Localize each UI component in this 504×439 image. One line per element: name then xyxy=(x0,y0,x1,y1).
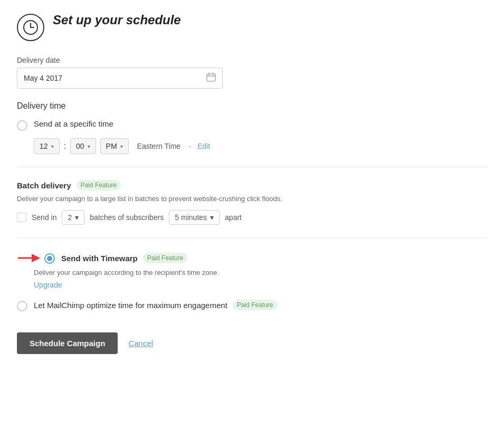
batch-count-select[interactable]: 2 ▾ xyxy=(62,210,84,225)
batch-count-value: 2 xyxy=(68,213,72,222)
timewarp-paid-badge: Paid Feature xyxy=(143,253,188,263)
clock-icon xyxy=(17,14,44,41)
timewarp-row: Send with Timewarp Paid Feature xyxy=(17,251,487,265)
footer-buttons: Schedule Campaign Cancel xyxy=(17,332,487,354)
timezone-text: Eastern Time xyxy=(137,142,180,150)
optimize-section: Let MailChimp optimize time for maximum … xyxy=(17,300,487,311)
divider-2 xyxy=(17,237,487,238)
page-title: Set up your schedule xyxy=(53,13,181,27)
period-chevron-icon: ▾ xyxy=(120,144,123,149)
minute-value: 00 xyxy=(76,142,84,150)
page-header: Set up your schedule xyxy=(17,13,487,41)
svg-rect-3 xyxy=(207,74,215,81)
apart-label: apart xyxy=(225,213,242,222)
divider-1 xyxy=(17,167,487,167)
time-separator: : xyxy=(64,141,66,151)
specific-time-label: Send at a specific time xyxy=(34,119,113,128)
batch-delivery-desc: Deliver your campaign to a large list in… xyxy=(17,195,487,203)
timewarp-title: Send with Timewarp xyxy=(61,254,138,263)
specific-time-radio[interactable] xyxy=(17,120,27,131)
optimize-label: Let MailChimp optimize time for maximum … xyxy=(34,301,227,310)
batch-checkbox[interactable] xyxy=(17,213,26,222)
upgrade-link[interactable]: Upgrade xyxy=(34,281,487,289)
time-controls: 12 ▾ : 00 ▾ PM ▾ Eastern Time · Edit xyxy=(34,138,487,154)
batch-interval-select[interactable]: 5 minutes ▾ xyxy=(169,210,220,225)
batch-delivery-paid-badge: Paid Feature xyxy=(77,180,121,190)
batch-interval-chevron-icon: ▾ xyxy=(210,213,214,222)
schedule-campaign-button[interactable]: Schedule Campaign xyxy=(17,332,118,354)
hour-value: 12 xyxy=(40,142,48,150)
specific-time-option[interactable]: Send at a specific time xyxy=(17,119,487,131)
delivery-time-label: Delivery time xyxy=(17,101,487,111)
minute-select[interactable]: 00 ▾ xyxy=(70,138,96,154)
timezone-separator: · xyxy=(189,142,191,150)
delivery-date-label: Delivery date xyxy=(17,56,487,64)
optimize-radio[interactable] xyxy=(17,301,27,311)
date-text-input[interactable] xyxy=(24,74,206,82)
batch-send-in-label: Send in xyxy=(32,213,56,222)
period-select[interactable]: PM ▾ xyxy=(100,138,129,154)
batch-count-chevron-icon: ▾ xyxy=(75,213,79,222)
hour-chevron-icon: ▾ xyxy=(51,144,54,149)
delivery-time-section: Delivery time Send at a specific time 12… xyxy=(17,101,487,154)
batch-delivery-section: Batch delivery Paid Feature Deliver your… xyxy=(17,180,487,225)
timewarp-desc: Deliver your campaign according to the r… xyxy=(34,269,487,276)
timewarp-section: Send with Timewarp Paid Feature Deliver … xyxy=(17,251,487,289)
timezone-edit-link[interactable]: Edit xyxy=(197,142,210,150)
calendar-icon[interactable] xyxy=(206,72,216,84)
red-arrow-icon xyxy=(17,251,40,265)
batch-delivery-title: Batch delivery xyxy=(17,181,71,190)
batches-of-subscribers-label: batches of subscribers xyxy=(90,213,164,222)
minute-chevron-icon: ▾ xyxy=(88,144,90,149)
delivery-date-section: Delivery date xyxy=(17,56,487,89)
svg-marker-8 xyxy=(32,254,40,262)
batch-controls: Send in 2 ▾ batches of subscribers 5 min… xyxy=(17,210,487,225)
cancel-button[interactable]: Cancel xyxy=(128,339,153,348)
optimize-paid-badge: Paid Feature xyxy=(233,300,278,310)
hour-select[interactable]: 12 ▾ xyxy=(34,138,60,154)
timewarp-header: Send with Timewarp Paid Feature xyxy=(61,253,187,263)
arrow-indicator xyxy=(17,251,40,265)
optimize-header: Let MailChimp optimize time for maximum … xyxy=(34,300,278,310)
optimize-option[interactable]: Let MailChimp optimize time for maximum … xyxy=(17,300,487,311)
batch-delivery-header: Batch delivery Paid Feature xyxy=(17,180,487,190)
period-value: PM xyxy=(106,142,117,150)
batch-interval-value: 5 minutes xyxy=(175,213,207,222)
timewarp-radio[interactable] xyxy=(44,253,55,264)
delivery-date-input[interactable] xyxy=(17,68,223,89)
header-text: Set up your schedule xyxy=(53,13,181,32)
